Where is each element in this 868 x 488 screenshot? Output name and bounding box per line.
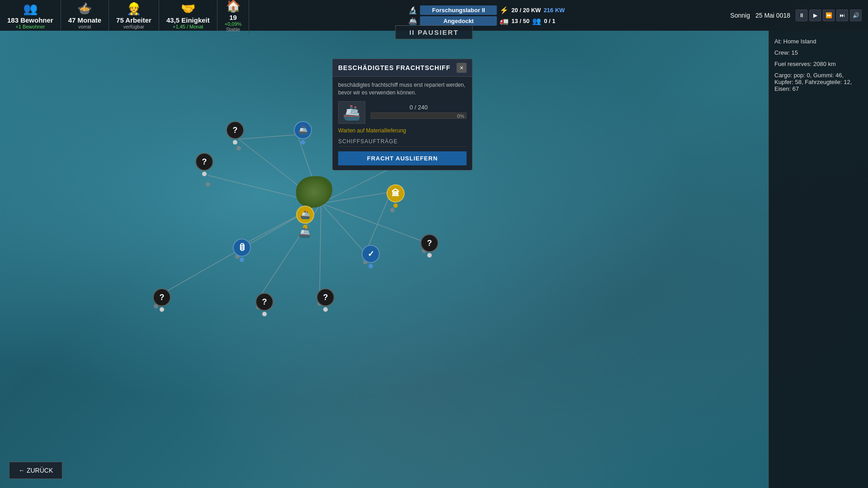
map-pin-oil[interactable]: 🛢 (233, 239, 251, 262)
dialog-title: BESCHÄDIGTES FRACHTSCHIFF (338, 64, 450, 71)
pin-icon-q2: ? (195, 153, 213, 171)
waiting-text: Warten auf Materiallieferung (338, 127, 467, 134)
map-pin-question-3[interactable]: ? (420, 234, 439, 258)
map-pin-question-4[interactable]: ? (153, 288, 171, 312)
pause-button[interactable]: ⏸ (796, 9, 807, 21)
skip-button[interactable]: ⏭ (836, 9, 848, 21)
stat-months: 🍲 47 Monate vorrat (61, 0, 109, 31)
unity-value: 43,5 Einigkeit (166, 16, 210, 24)
pin-icon-q4: ? (153, 288, 171, 306)
weather-label: Sonnig (730, 12, 750, 19)
pin-icon-check: ✓ (362, 245, 380, 263)
crew-value: 0 / 1 (544, 18, 555, 24)
stat-population: 👥 183 Bewohner +1 Bewohner (0, 0, 61, 31)
date-label: 25 Mai 0018 (755, 12, 790, 19)
fuel-info: Fuel reserves: 2080 km (774, 61, 863, 67)
island-shape (296, 176, 332, 208)
cargo-value: 13 / 50 (511, 18, 529, 24)
pin-icon-q6: ? (316, 288, 335, 306)
crew-info: Crew: 15 (774, 49, 863, 56)
pin-icon-blue-ship: 🚢 (294, 121, 312, 139)
pin-dot-oil (240, 258, 244, 262)
unity-sub: +1,45 / Monat (173, 24, 203, 29)
pin-dot-q5 (262, 312, 267, 316)
dialog-header: BESCHÄDIGTES FRACHTSCHIFF × (333, 59, 472, 77)
map-pin-check[interactable]: ✓ (362, 245, 380, 268)
ship-dialog: BESCHÄDIGTES FRACHTSCHIFF × beschädigtes… (332, 59, 472, 170)
deliver-button[interactable]: FRACHT AUSLIEFERN (338, 151, 467, 165)
ship-image: 🚢 (338, 101, 365, 124)
sound-button[interactable]: 🔊 (850, 9, 862, 21)
workers-value: 75 Arbeiter (116, 16, 151, 24)
pin-dot-q4 (160, 307, 164, 312)
lab-label: Forschungslabor II (420, 5, 497, 15)
play-button[interactable]: ▶ (809, 9, 821, 21)
pin-icon-q3: ? (420, 234, 439, 252)
stable-label: Stable (226, 27, 240, 32)
stable-icon: 🏠 (226, 0, 241, 13)
power-icon: ⚡ (500, 6, 509, 14)
population-icon: 👥 (23, 2, 38, 16)
ship-row: 🚢 Angedockt 🚛 13 / 50 👥 0 / 1 (408, 16, 565, 26)
pin-dot-blue-ship (301, 140, 305, 145)
map-pin-question-6[interactable]: ? (316, 288, 335, 312)
control-buttons: ⏸ ▶ ⏩ ⏭ 🔊 (796, 9, 862, 21)
location-info: At: Home Island (774, 38, 863, 45)
dialog-description: beschädigtes frachtschiff muss erst repa… (338, 81, 467, 97)
docked-label: Angedockt (420, 16, 497, 26)
map-pin-yellow-church[interactable]: 🏛 (387, 184, 405, 208)
center-hud-block: 🔬 Forschungslabor II ⚡ 20 / 20 KW 216 KW… (249, 5, 724, 26)
power-value: 20 / 20 KW (511, 7, 541, 14)
pin-dot-q3 (427, 253, 432, 258)
pin-dot-q1 (233, 140, 237, 145)
pin-dot-q2 (202, 172, 207, 176)
back-button[interactable]: ← ZURÜCK (9, 462, 62, 479)
map-pin-yellow-ship[interactable]: 🚢 (296, 206, 314, 229)
dialog-body: beschädigtes frachtschiff muss erst repa… (333, 77, 472, 170)
section-label: SCHIFFSAUFTRÄGE (338, 138, 467, 147)
map-pin-question-1[interactable]: ? (226, 121, 244, 145)
pin-dot-q6 (323, 307, 328, 312)
pause-text: II PAUSIERT (409, 28, 458, 36)
pause-banner: II PAUSIERT (395, 25, 472, 39)
workers-label: verfügbar (123, 24, 144, 29)
ship-repair-area: 🚢 0 / 240 0% (338, 101, 467, 124)
months-label: vorrat (78, 24, 91, 29)
repair-progress-bar: 0% (371, 113, 467, 119)
person-icon: 👥 (532, 17, 541, 25)
cargo-info: Cargo: pop: 0, Gummi: 46, Kupfer: 58, Fa… (774, 72, 863, 92)
stat-unity: 🤝 43,5 Einigkeit +1,45 / Monat (159, 0, 217, 31)
map-pin-question-5[interactable]: ? (255, 293, 274, 316)
map-pin-blue-ship[interactable]: 🚢 (294, 121, 312, 145)
population-sub: +1 Bewohner (15, 24, 45, 29)
ship-icon: 🚢 (408, 17, 417, 25)
repair-progress-pct: 0% (457, 113, 464, 119)
map-pin-question-2[interactable]: ? (195, 153, 213, 176)
unity-icon: 🤝 (181, 2, 195, 16)
pin-dot-check (368, 264, 373, 268)
stable-value: 19 (229, 14, 237, 21)
ship-icon-symbol: 🚢 (343, 104, 361, 121)
months-icon: 🍲 (77, 2, 92, 16)
workers-icon: 👷 (127, 2, 141, 16)
lab-icon: 🔬 (408, 6, 417, 14)
stat-stable: 🏠 19 +0,09% Stable (217, 0, 250, 34)
months-value: 47 Monate (68, 16, 101, 24)
map-ship-white[interactable]: 🚢 (298, 227, 311, 239)
dialog-close-button[interactable]: × (457, 63, 467, 73)
pin-icon-q1: ? (226, 121, 244, 139)
truck-icon: 🚛 (500, 17, 509, 25)
pin-icon-yellow-church: 🏛 (387, 184, 405, 202)
pin-icon-oil: 🛢 (233, 239, 251, 257)
stable-sub: +0,09% (225, 21, 242, 27)
pin-icon-q5: ? (255, 293, 274, 311)
stat-workers: 👷 75 Arbeiter verfügbar (109, 0, 159, 31)
right-info-panel: At: Home Island Crew: 15 Fuel reserves: … (769, 31, 868, 488)
fast-forward-button[interactable]: ⏩ (823, 9, 835, 21)
population-value: 183 Bewohner (7, 16, 53, 24)
repair-count: 0 / 240 (371, 104, 467, 111)
power-extra: 216 KW (543, 7, 565, 14)
pin-dot-yellow-church (393, 203, 398, 208)
pin-icon-yellow-ship: 🚢 (296, 206, 314, 224)
top-right: Sonnig 25 Mai 0018 ⏸ ▶ ⏩ ⏭ 🔊 (724, 9, 868, 21)
